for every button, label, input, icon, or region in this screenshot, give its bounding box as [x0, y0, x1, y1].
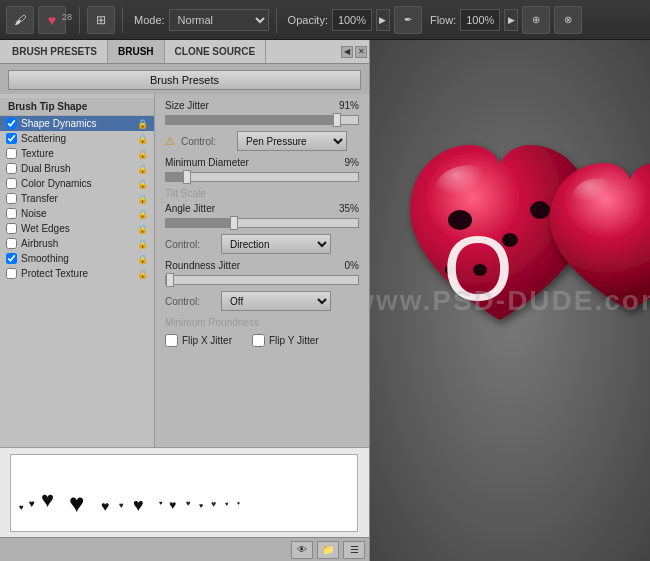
brush-content: Brush Tip Shape Shape Dynamics 🔒 Scatter… — [0, 94, 369, 447]
collapse-button[interactable]: ◀ — [341, 46, 353, 58]
clone-icon[interactable]: ⊗ — [554, 6, 582, 34]
sidebar-item-shape-dynamics[interactable]: Shape Dynamics 🔒 — [0, 116, 154, 131]
noise-checkbox[interactable] — [6, 208, 17, 219]
brush-presets-button[interactable]: Brush Presets — [8, 70, 361, 90]
size-jitter-slider[interactable] — [165, 115, 359, 125]
flip-x-label: Flip X Jitter — [182, 335, 232, 346]
airbrush-icon[interactable]: ✒ — [394, 6, 422, 34]
protect-texture-checkbox[interactable] — [6, 268, 17, 279]
min-roundness-label: Minimum Roundness — [165, 317, 259, 328]
control-select-direction[interactable]: Direction — [221, 234, 331, 254]
panel-controls: ◀ ✕ — [341, 46, 367, 58]
brush-tool-icon[interactable]: 🖌 — [6, 6, 34, 34]
brush-tip-shape-title: Brush Tip Shape — [0, 98, 154, 116]
flip-y-checkbox[interactable] — [252, 334, 265, 347]
lock-icon-0: 🔒 — [137, 119, 148, 129]
preview-footer: 👁 📁 ☰ — [0, 537, 369, 561]
size-jitter-control-row: ⚠ Control: Pen Pressure — [165, 131, 359, 151]
control-label-2: Control: — [165, 239, 215, 250]
sidebar-item-scattering[interactable]: Scattering 🔒 — [0, 131, 154, 146]
mode-select[interactable]: Normal — [169, 9, 269, 31]
opacity-arrow[interactable]: ▶ — [376, 9, 390, 31]
svg-text:♥: ♥ — [101, 498, 109, 514]
scattering-checkbox[interactable] — [6, 133, 17, 144]
flow-label: Flow: — [430, 14, 456, 26]
sidebar-item-texture[interactable]: Texture 🔒 — [0, 146, 154, 161]
wet-edges-label: Wet Edges — [21, 223, 70, 234]
lock-icon-5: 🔒 — [137, 194, 148, 204]
sidebar-item-dual-brush[interactable]: Dual Brush 🔒 — [0, 161, 154, 176]
lock-icon-10: 🔒 — [137, 269, 148, 279]
scattering-label: Scattering — [21, 133, 66, 144]
tilt-scale-row: Tilt Scale — [165, 188, 359, 199]
flow-arrow[interactable]: ▶ — [504, 9, 518, 31]
angle-jitter-label: Angle Jitter — [165, 203, 255, 214]
sidebar-item-color-dynamics[interactable]: Color Dynamics 🔒 — [0, 176, 154, 191]
dual-brush-label: Dual Brush — [21, 163, 70, 174]
menu-button[interactable]: ☰ — [343, 541, 365, 559]
tab-brush[interactable]: BRUSH — [108, 40, 165, 63]
shape-dynamics-checkbox[interactable] — [6, 118, 17, 129]
svg-text:♥: ♥ — [237, 500, 240, 506]
wet-edges-checkbox[interactable] — [6, 223, 17, 234]
angle-jitter-value: 35% — [329, 203, 359, 214]
roundness-jitter-slider-container — [165, 275, 359, 285]
size-jitter-value: 91% — [329, 100, 359, 111]
min-diameter-slider-container — [165, 172, 359, 182]
dual-brush-checkbox[interactable] — [6, 163, 17, 174]
control-select-off[interactable]: Off — [221, 291, 331, 311]
flow-input[interactable] — [460, 9, 500, 31]
brush-size-label: 28 — [62, 12, 72, 22]
tablet-icon[interactable]: ⊕ — [522, 6, 550, 34]
svg-text:♥: ♥ — [186, 499, 191, 508]
toolbar: 🖌 ♥ 28 ⊞ Mode: Normal Opacity: ▶ ✒ Flow:… — [0, 0, 650, 40]
min-roundness-row: Minimum Roundness — [165, 317, 359, 328]
smoothing-checkbox[interactable] — [6, 253, 17, 264]
main-area: BRUSH PRESETS BRUSH CLONE SOURCE ◀ ✕ Bru… — [0, 40, 650, 561]
folder-button[interactable]: 📁 — [317, 541, 339, 559]
svg-text:♥: ♥ — [41, 487, 54, 512]
lock-icon-1: 🔒 — [137, 134, 148, 144]
svg-text:♥: ♥ — [211, 499, 216, 509]
divider-2 — [122, 7, 123, 33]
options-icon[interactable]: ⊞ — [87, 6, 115, 34]
sidebar-item-protect-texture[interactable]: Protect Texture 🔒 — [0, 266, 154, 281]
svg-point-21 — [572, 178, 628, 218]
flip-x-item: Flip X Jitter — [165, 334, 232, 347]
transfer-label: Transfer — [21, 193, 58, 204]
eye-button[interactable]: 👁 — [291, 541, 313, 559]
brush-preview-svg: ♥ ♥ ♥ ♥ ♥ ♥ ♥ ♥ ♥ ♥ ♥ ♥ ♥ ♥ — [10, 454, 358, 532]
size-jitter-row: Size Jitter 91% — [165, 100, 359, 111]
brush-sidebar: Brush Tip Shape Shape Dynamics 🔒 Scatter… — [0, 94, 155, 447]
roundness-jitter-slider[interactable] — [165, 275, 359, 285]
sidebar-item-noise[interactable]: Noise 🔒 — [0, 206, 154, 221]
color-dynamics-checkbox[interactable] — [6, 178, 17, 189]
opacity-label: Opacity: — [288, 14, 328, 26]
lock-icon-3: 🔒 — [137, 164, 148, 174]
sidebar-item-wet-edges[interactable]: Wet Edges 🔒 — [0, 221, 154, 236]
transfer-checkbox[interactable] — [6, 193, 17, 204]
angle-jitter-slider[interactable] — [165, 218, 359, 228]
sidebar-item-smoothing[interactable]: Smoothing 🔒 — [0, 251, 154, 266]
divider-1 — [79, 7, 80, 33]
svg-text:♥: ♥ — [19, 503, 24, 512]
sidebar-item-airbrush[interactable]: Airbrush 🔒 — [0, 236, 154, 251]
min-diameter-slider[interactable] — [165, 172, 359, 182]
svg-text:♥: ♥ — [159, 500, 163, 506]
tab-brush-presets[interactable]: BRUSH PRESETS — [2, 40, 108, 63]
close-button[interactable]: ✕ — [355, 46, 367, 58]
control-select-pen-pressure[interactable]: Pen Pressure — [237, 131, 347, 151]
hearts-svg: O — [370, 40, 650, 561]
texture-checkbox[interactable] — [6, 148, 17, 159]
tilt-scale-label: Tilt Scale — [165, 188, 255, 199]
svg-text:♥: ♥ — [119, 501, 124, 510]
opacity-input[interactable] — [332, 9, 372, 31]
svg-point-15 — [435, 165, 505, 215]
sidebar-item-transfer[interactable]: Transfer 🔒 — [0, 191, 154, 206]
min-diameter-value: 9% — [329, 157, 359, 168]
flip-x-checkbox[interactable] — [165, 334, 178, 347]
airbrush-sidebar-checkbox[interactable] — [6, 238, 17, 249]
angle-jitter-row: Angle Jitter 35% — [165, 203, 359, 214]
size-jitter-label: Size Jitter — [165, 100, 255, 111]
tab-clone-source[interactable]: CLONE SOURCE — [165, 40, 267, 63]
